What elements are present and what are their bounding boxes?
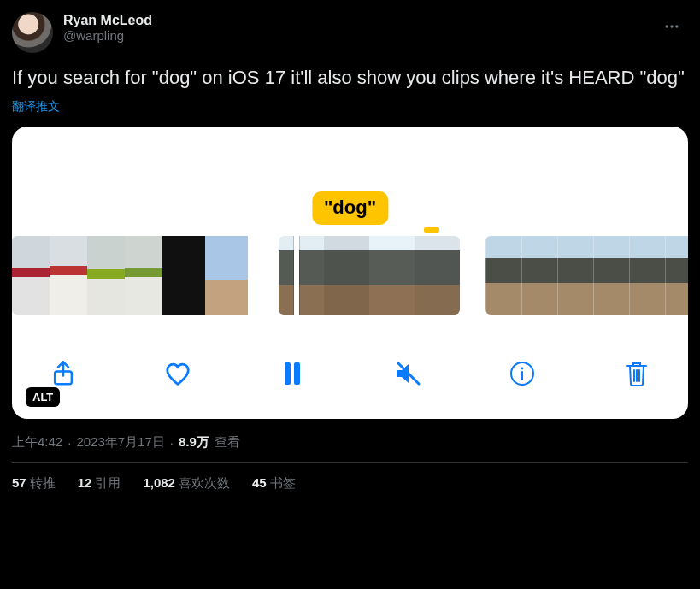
thumbnail <box>521 236 557 315</box>
thumbnail <box>593 236 629 315</box>
bookmarks-count: 45 <box>252 475 267 490</box>
svg-rect-4 <box>285 362 291 385</box>
tweet-meta: 上午4:42 · 2023年7月17日 · 8.9万 查看 <box>12 434 688 451</box>
tweet-date[interactable]: 2023年7月17日 <box>76 434 164 451</box>
mute-icon <box>393 361 422 386</box>
info-icon <box>509 360 536 387</box>
avatar[interactable] <box>12 12 53 53</box>
likes-count: 1,082 <box>143 475 175 490</box>
thumbnail <box>485 236 521 315</box>
thumbnail <box>162 236 205 315</box>
delete-button[interactable] <box>621 358 652 389</box>
alt-badge[interactable]: ALT <box>26 387 60 407</box>
tweet-text: If you search for "dog" on iOS 17 it'll … <box>12 65 688 91</box>
retweets-label: 转推 <box>30 475 56 490</box>
clip-group-3[interactable] <box>485 236 688 315</box>
thumbnail <box>629 236 665 315</box>
scrubber-mark <box>424 227 439 233</box>
stats-row: 57转推 12引用 1,082喜欢次数 45书签 <box>12 475 688 492</box>
media-toolbar <box>12 350 688 397</box>
thumbnail <box>125 236 162 315</box>
translate-link[interactable]: 翻译推文 <box>12 99 688 115</box>
views-label: 查看 <box>215 434 240 451</box>
thumbnail <box>557 236 593 315</box>
playhead[interactable] <box>294 236 299 315</box>
display-name: Ryan McLeod <box>63 12 152 28</box>
mute-button[interactable] <box>392 358 423 389</box>
heart-icon <box>163 361 192 386</box>
separator-dot: · <box>170 435 174 450</box>
svg-point-2 <box>675 25 678 27</box>
tweet-header: Ryan McLeod @warpling <box>12 12 688 53</box>
bookmarks-label: 书签 <box>270 475 296 490</box>
tweet-container: Ryan McLeod @warpling If you search for … <box>12 12 688 492</box>
quotes-label: 引用 <box>95 475 121 490</box>
retweets-stat[interactable]: 57转推 <box>12 475 56 492</box>
clip-group-1[interactable] <box>12 236 253 315</box>
pause-icon <box>282 361 303 386</box>
handle: @warpling <box>63 28 152 44</box>
clip-group-2[interactable] <box>279 236 460 315</box>
thumbnail <box>50 236 87 315</box>
author-names[interactable]: Ryan McLeod @warpling <box>63 12 152 44</box>
caption-bubble: "dog" <box>312 191 388 225</box>
like-button[interactable] <box>162 358 193 389</box>
bookmarks-stat[interactable]: 45书签 <box>252 475 296 492</box>
thumbnail <box>324 236 369 315</box>
pause-button[interactable] <box>277 358 308 389</box>
thumbnail <box>369 236 415 315</box>
video-timeline[interactable] <box>12 236 688 315</box>
likes-stat[interactable]: 1,082喜欢次数 <box>143 475 230 492</box>
svg-point-8 <box>521 367 523 369</box>
quotes-stat[interactable]: 12引用 <box>78 475 121 492</box>
trash-icon <box>625 360 649 387</box>
svg-rect-5 <box>294 362 300 385</box>
svg-point-1 <box>670 25 673 27</box>
thumbnail <box>87 236 125 315</box>
media-card[interactable]: "dog" <box>12 127 688 419</box>
thumbnail <box>205 236 248 315</box>
likes-label: 喜欢次数 <box>179 475 230 490</box>
thumbnail <box>415 236 460 315</box>
thumbnail <box>12 236 50 315</box>
share-button[interactable] <box>48 358 79 389</box>
more-icon <box>663 18 680 35</box>
svg-point-0 <box>666 25 668 27</box>
info-button[interactable] <box>507 358 538 389</box>
more-button[interactable] <box>657 12 686 41</box>
thumbnail <box>665 236 688 315</box>
quotes-count: 12 <box>78 475 92 490</box>
share-icon <box>50 360 76 387</box>
thumbnail <box>279 236 324 315</box>
retweets-count: 57 <box>12 475 26 490</box>
separator-dot: · <box>68 435 71 450</box>
views-count: 8.9万 <box>179 434 209 451</box>
tweet-time[interactable]: 上午4:42 <box>12 434 62 451</box>
divider <box>12 462 688 463</box>
